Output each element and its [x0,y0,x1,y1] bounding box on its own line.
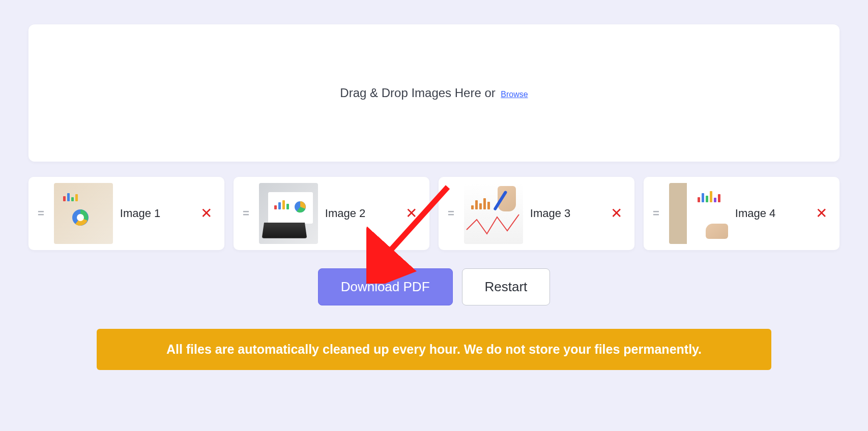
drag-handle-icon[interactable]: = [448,207,453,220]
info-banner: All files are automatically cleaned up e… [97,329,771,370]
thumbnail-label: Image 2 [325,206,402,221]
thumbnail-card[interactable]: = Image 3 ✕ [439,177,634,250]
thumbnail-label: Image 4 [735,206,813,221]
thumbnail-card[interactable]: = Image 1 ✕ [28,177,224,250]
remove-icon[interactable]: ✕ [813,203,830,224]
dropzone-inner: Drag & Drop Images Here or Browse [340,86,528,100]
dropzone-text: Drag & Drop Images Here or [340,86,495,100]
thumbnail-card[interactable]: = Image 2 ✕ [234,177,429,250]
drag-handle-icon[interactable]: = [243,207,248,220]
thumbnail-image [669,183,728,244]
thumbnail-image [54,183,113,244]
remove-icon[interactable]: ✕ [197,203,215,224]
remove-icon[interactable]: ✕ [607,203,625,224]
svg-point-1 [77,214,84,221]
thumbnail-card[interactable]: = Image 4 ✕ [644,177,840,250]
thumbnail-label: Image 3 [530,206,607,221]
restart-button[interactable]: Restart [462,268,551,305]
thumbnail-label: Image 1 [120,206,197,221]
browse-link[interactable]: Browse [501,90,528,99]
thumbnail-image [464,183,523,244]
remove-icon[interactable]: ✕ [402,203,420,224]
thumbnail-image [259,183,318,244]
drag-handle-icon[interactable]: = [653,207,658,220]
thumbnail-row: = Image 1 ✕ = [28,177,840,250]
action-row: Download PDF Restart [0,268,868,305]
dropzone[interactable]: Drag & Drop Images Here or Browse [28,24,840,162]
download-pdf-button[interactable]: Download PDF [318,268,453,305]
drag-handle-icon[interactable]: = [38,207,43,220]
